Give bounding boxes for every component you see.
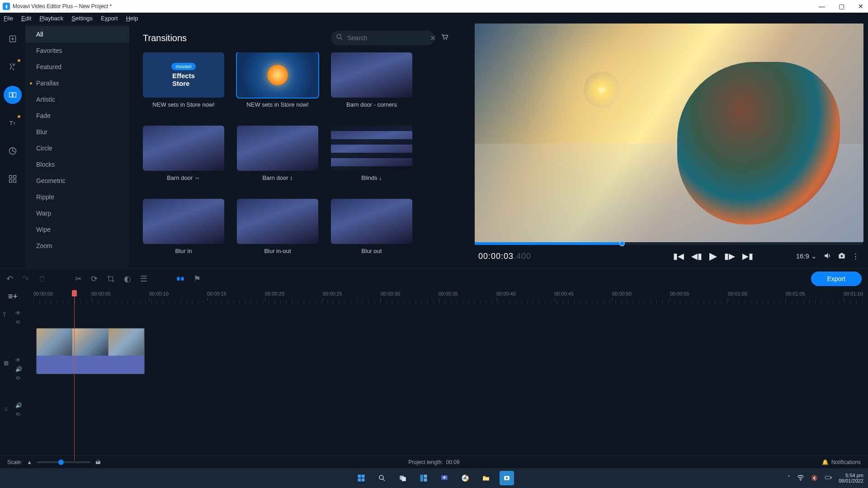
text-track[interactable] bbox=[33, 304, 865, 319]
add-track-button[interactable]: ≡+ bbox=[8, 292, 18, 301]
video-visibility-icon[interactable]: 👁 bbox=[15, 357, 22, 363]
video-link-icon[interactable]: ⟲ bbox=[15, 375, 22, 381]
rotate-button[interactable]: ⟳ bbox=[91, 274, 98, 284]
scale-slider[interactable] bbox=[37, 461, 91, 463]
menu-file[interactable]: File bbox=[4, 15, 13, 22]
video-clip[interactable] bbox=[36, 328, 145, 374]
notifications-button[interactable]: 🔔 Notifications bbox=[822, 459, 861, 465]
music-audio-icon[interactable]: 🔊 bbox=[15, 402, 22, 408]
volume-tray-icon[interactable]: 🔇 bbox=[811, 475, 818, 481]
battery-icon[interactable] bbox=[824, 474, 832, 483]
menu-edit[interactable]: Edit bbox=[21, 15, 31, 22]
export-button[interactable]: Export bbox=[811, 272, 862, 286]
taskbar-chrome[interactable] bbox=[458, 471, 472, 485]
transition-tile[interactable]: Blinds ↓ bbox=[331, 126, 412, 192]
category-featured[interactable]: Featured bbox=[25, 59, 129, 75]
taskbar-movavi[interactable] bbox=[500, 471, 514, 485]
transition-tile[interactable]: Barn door ↔ bbox=[143, 126, 224, 192]
taskbar-taskview[interactable] bbox=[396, 471, 410, 485]
taskbar-widgets[interactable] bbox=[416, 471, 431, 485]
transition-tile[interactable]: NEW sets in Store now! bbox=[237, 52, 318, 119]
menu-settings[interactable]: Settings bbox=[71, 15, 93, 22]
category-parallax[interactable]: Parallax bbox=[25, 75, 129, 91]
time-ruler[interactable]: 00:00:0000:00:0500:00:1000:00:1500:00:20… bbox=[33, 291, 865, 304]
maximize-button[interactable]: ▢ bbox=[837, 3, 846, 10]
undo-button[interactable]: ↶ bbox=[6, 274, 13, 284]
transition-wizard-button[interactable] bbox=[176, 274, 184, 284]
tool-more[interactable] bbox=[4, 170, 22, 188]
clip-props-button[interactable]: ☰ bbox=[140, 274, 147, 284]
minimize-button[interactable]: — bbox=[817, 3, 827, 10]
start-button[interactable] bbox=[354, 471, 368, 485]
prev-clip-button[interactable]: ▮◀ bbox=[673, 251, 684, 261]
marker-button[interactable]: ⚑ bbox=[193, 274, 201, 284]
step-back-button[interactable]: ◀▮ bbox=[691, 251, 702, 261]
transition-tile[interactable]: Blur out bbox=[331, 199, 412, 266]
ruler-tick: 00:00:50 bbox=[612, 291, 632, 296]
music-track-icon[interactable]: ♫ bbox=[4, 406, 8, 412]
play-button[interactable]: ▶ bbox=[709, 250, 717, 262]
transition-tile[interactable]: Blur in-out bbox=[237, 199, 318, 266]
video-track-icon[interactable]: ▦ bbox=[4, 360, 9, 366]
tray-expand-icon[interactable]: ˄ bbox=[788, 475, 790, 481]
close-button[interactable]: ✕ bbox=[856, 3, 865, 10]
track-text-icon[interactable]: T bbox=[3, 312, 6, 318]
category-ripple[interactable]: Ripple bbox=[25, 189, 129, 205]
category-fade[interactable]: Fade bbox=[25, 108, 129, 124]
color-button[interactable]: ◐ bbox=[124, 274, 131, 284]
transition-tile[interactable]: Blur in bbox=[143, 199, 224, 266]
tool-filters[interactable] bbox=[4, 58, 22, 76]
category-wipe[interactable]: Wipe bbox=[25, 221, 129, 238]
menu-help[interactable]: Help bbox=[126, 15, 138, 22]
zoom-in-icon[interactable]: 🏔 bbox=[95, 459, 101, 465]
zoom-out-icon[interactable]: ▲ bbox=[27, 459, 32, 465]
search-box[interactable]: ✕ bbox=[331, 31, 435, 45]
snapshot-icon[interactable] bbox=[838, 252, 846, 261]
menu-playback[interactable]: Playback bbox=[39, 15, 63, 22]
video-audio-icon[interactable]: 🔊 bbox=[15, 366, 22, 372]
tracks-area[interactable] bbox=[33, 304, 865, 461]
transition-tile[interactable]: Barn door - corners bbox=[331, 52, 412, 119]
tool-transitions[interactable] bbox=[4, 86, 22, 104]
transition-tile[interactable]: Barn door ↕ bbox=[237, 126, 318, 192]
taskbar-explorer[interactable] bbox=[479, 471, 493, 485]
next-clip-button[interactable]: ▶▮ bbox=[742, 251, 753, 261]
menu-export[interactable]: Export bbox=[101, 15, 118, 22]
search-input[interactable] bbox=[347, 34, 426, 42]
aspect-ratio[interactable]: 16:9 ⌄ bbox=[796, 252, 817, 260]
track-link-icon[interactable]: ⟲ bbox=[15, 319, 21, 325]
category-blur[interactable]: Blur bbox=[25, 124, 129, 140]
taskbar-chat[interactable] bbox=[437, 471, 452, 485]
volume-icon[interactable] bbox=[823, 252, 831, 261]
tool-import[interactable] bbox=[4, 30, 22, 48]
category-all[interactable]: All bbox=[25, 26, 129, 42]
tool-titles[interactable]: TT bbox=[4, 114, 22, 132]
music-track[interactable] bbox=[33, 389, 865, 408]
music-fx-icon[interactable]: ⟲ bbox=[15, 411, 22, 418]
category-zoom[interactable]: Zoom bbox=[25, 238, 129, 254]
video-track[interactable] bbox=[33, 328, 865, 377]
cart-icon[interactable] bbox=[440, 33, 448, 43]
transitions-grid[interactable]: movaviEffectsStoreNEW sets in Store now!… bbox=[143, 52, 448, 266]
wifi-icon[interactable] bbox=[797, 474, 805, 483]
delete-button[interactable] bbox=[38, 274, 46, 284]
preview-more-icon[interactable]: ⋮ bbox=[852, 252, 859, 260]
tool-stickers[interactable] bbox=[4, 142, 22, 160]
transition-tile[interactable]: movaviEffectsStoreNEW sets in Store now! bbox=[143, 52, 224, 119]
playhead[interactable] bbox=[74, 290, 75, 461]
preview-canvas[interactable] bbox=[475, 23, 863, 242]
category-artistic[interactable]: Artistic bbox=[25, 91, 129, 108]
step-fwd-button[interactable]: ▮▶ bbox=[724, 251, 735, 261]
category-circle[interactable]: Circle bbox=[25, 140, 129, 156]
taskbar-clock[interactable]: 5:54 pm 08/01/2022 bbox=[839, 473, 863, 483]
search-clear-icon[interactable]: ✕ bbox=[430, 34, 436, 42]
category-blocks[interactable]: Blocks bbox=[25, 156, 129, 173]
track-visibility-icon[interactable]: 👁 bbox=[15, 310, 21, 316]
taskbar-search[interactable] bbox=[375, 471, 389, 485]
cut-button[interactable]: ✂ bbox=[75, 274, 82, 284]
redo-button[interactable]: ↷ bbox=[22, 274, 29, 284]
category-geometric[interactable]: Geometric bbox=[25, 173, 129, 189]
category-warp[interactable]: Warp bbox=[25, 205, 129, 221]
category-favorites[interactable]: Favorites bbox=[25, 42, 129, 59]
crop-button[interactable] bbox=[107, 274, 115, 284]
